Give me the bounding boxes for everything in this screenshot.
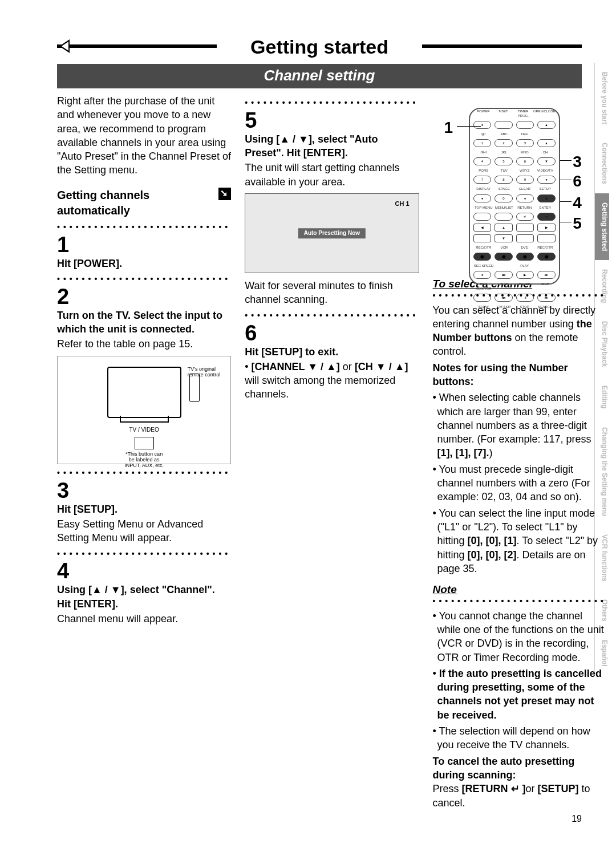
step-5b-body: Wait for several minutes to finish chann… bbox=[245, 279, 419, 307]
note-body: You cannot change the channel while one … bbox=[433, 609, 607, 810]
step-4-body: Channel menu will appear. bbox=[57, 612, 231, 626]
tv-icon bbox=[107, 367, 181, 418]
step-1-head: Hit [POWER]. bbox=[57, 257, 231, 270]
step-3-body: Easy Setting Menu or Advanced Setting Me… bbox=[57, 517, 231, 545]
remote-illustration: POWERT-SETTIMER PROG.OPEN/CLOSE ●▲ @!ABC… bbox=[469, 108, 560, 285]
step-5-number: 5 bbox=[245, 109, 419, 131]
page-title: Getting started bbox=[217, 34, 422, 60]
osd-screenshot: CH 1 Auto Presetting Now bbox=[245, 193, 419, 273]
tv-video-button-icon bbox=[135, 437, 154, 449]
tv-illustration: TV's original remote control TV / VIDEO … bbox=[57, 356, 231, 464]
divider-dots: •••••••••••••••••••••••••••• bbox=[57, 222, 231, 233]
wrench-icon bbox=[218, 188, 231, 200]
step-4-head: Using [▲ / ▼], select "Channel". Hit [EN… bbox=[57, 583, 231, 611]
step-5-body: The unit will start getting channels ava… bbox=[245, 161, 419, 189]
intro-text: Right after the purchase of the unit and… bbox=[57, 94, 231, 177]
divider-dots: •••••••••••••••••••••••••••• bbox=[245, 310, 419, 321]
divider-dots: •••••••••••••••••••••••••••• bbox=[57, 549, 231, 559]
page-header: Getting started bbox=[57, 34, 582, 60]
step-4-number: 4 bbox=[57, 560, 231, 582]
section-title: Channel setting bbox=[57, 64, 582, 88]
divider-dots: •••••••••••••••••••••••••••• bbox=[57, 468, 231, 478]
remote-small-icon bbox=[189, 374, 200, 402]
step-2-number: 2 bbox=[57, 286, 231, 307]
callout-5: 5 bbox=[573, 213, 582, 234]
osd-message: Auto Presetting Now bbox=[298, 228, 366, 238]
step-6-head: Hit [SETUP] to exit. bbox=[245, 345, 419, 359]
divider-dots: •••••••••••••••••••••••••••• bbox=[245, 98, 419, 108]
step-2-body: Refer to the table on page 15. bbox=[57, 337, 231, 351]
divider-dots: •••••••••••••••••••••••••••• bbox=[433, 596, 607, 607]
number-buttons-notes-head: Notes for using the Number buttons: bbox=[433, 361, 607, 389]
subsection-auto: Getting channels automatically bbox=[57, 188, 231, 218]
step-5-head: Using [▲ / ▼], select "Auto Preset". Hit… bbox=[245, 132, 419, 160]
step-6-number: 6 bbox=[245, 322, 419, 344]
osd-channel-label: CH 1 bbox=[395, 200, 409, 208]
step-6-body: • [CHANNEL ▼ / ▲] or [CH ▼ / ▲] will swi… bbox=[245, 360, 419, 401]
step-3-number: 3 bbox=[57, 480, 231, 501]
note-head: Note bbox=[433, 582, 607, 597]
step-3-head: Hit [SETUP]. bbox=[57, 502, 231, 516]
select-channel-intro: You can select a channel by directly ent… bbox=[433, 303, 607, 359]
page-number: 19 bbox=[572, 813, 582, 825]
arrow-left-icon bbox=[59, 39, 70, 53]
callout-3: 3 bbox=[573, 151, 582, 173]
callout-6: 6 bbox=[573, 171, 582, 192]
step-1-number: 1 bbox=[57, 234, 231, 255]
callout-4: 4 bbox=[573, 192, 582, 214]
divider-dots: •••••••••••••••••••••••••••• bbox=[57, 274, 231, 285]
step-2-head: Turn on the TV. Select the input to whic… bbox=[57, 309, 231, 336]
number-buttons-notes: When selecting cable channels which are … bbox=[433, 391, 607, 575]
callout-1: 1 bbox=[444, 117, 453, 139]
